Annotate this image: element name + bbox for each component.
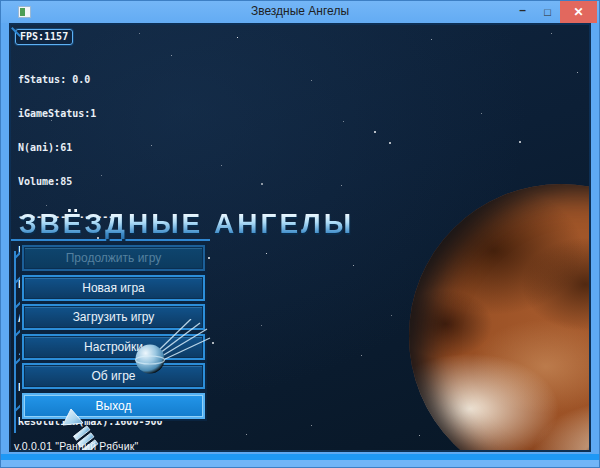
window-frame-accent: [1, 454, 599, 460]
minimize-button[interactable]: –: [510, 1, 535, 23]
menu-button-continue[interactable]: Продолжить игру: [22, 245, 205, 271]
debug-line: Volume:85: [18, 176, 163, 187]
close-icon: ✕: [573, 5, 583, 19]
menu-button-label: Продолжить игру: [66, 251, 162, 265]
close-button[interactable]: ✕: [560, 1, 597, 23]
titlebar[interactable]: Звездные Ангелы – □ ✕: [1, 1, 599, 23]
game-viewport: FPS:1157 fStatus: 0.0 iGameStatus:1 N(an…: [9, 23, 591, 452]
version-label: v.0.0.01 "Ранний Рябчик": [14, 440, 138, 452]
window-frame-bottom: [1, 460, 599, 467]
planet-venus: [409, 184, 591, 452]
maximize-icon: □: [544, 6, 551, 18]
minimize-icon: –: [519, 3, 526, 17]
app-window: Звездные Ангелы – □ ✕ FPS:1157 fStatus: …: [0, 0, 600, 468]
maximize-button[interactable]: □: [535, 1, 560, 23]
decor-rail: [14, 251, 16, 433]
game-title: ЗВЁЗДНЫЕ АНГЕЛЫ: [19, 208, 354, 240]
debug-line: iGameStatus:1: [18, 108, 163, 119]
fps-counter: FPS:1157: [15, 29, 73, 45]
debug-line: Anisotropy(max):16: [18, 450, 163, 452]
debug-line: fStatus: 0.0: [18, 74, 163, 85]
window-controls: – □ ✕: [510, 1, 597, 23]
debug-line: N(ani):61: [18, 142, 163, 153]
menu-button-label: Новая игра: [82, 281, 145, 295]
sputnik-satellite-icon: [126, 319, 226, 401]
menu-button-new-game[interactable]: Новая игра: [22, 275, 205, 301]
